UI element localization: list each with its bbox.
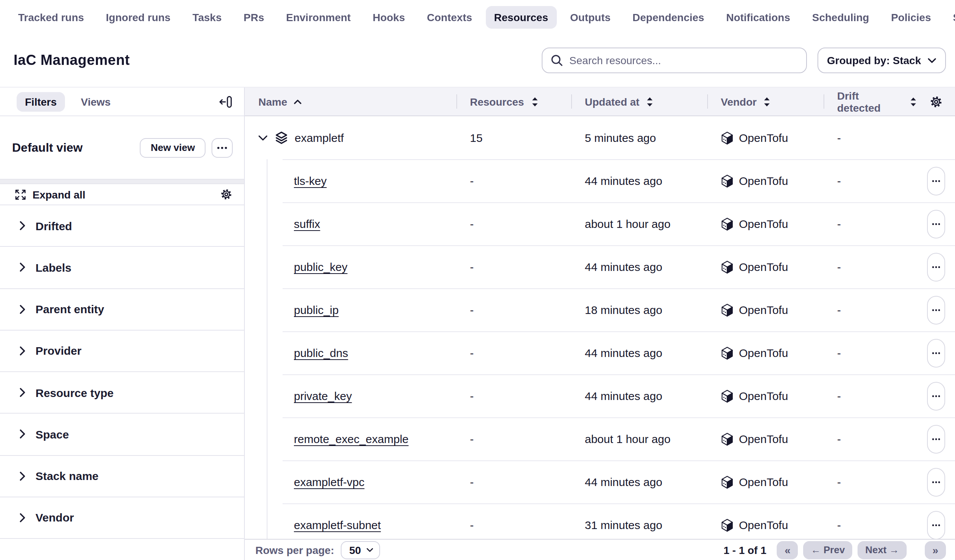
resource-name-link[interactable]: public_dns [294, 346, 348, 359]
nav-tab[interactable]: Dependencies [624, 6, 712, 28]
row-menu-button[interactable] [927, 382, 945, 410]
resource-name-link[interactable]: tls-key [294, 174, 327, 187]
row-menu-button[interactable] [927, 510, 945, 539]
nav-tab-label: PRs [244, 11, 264, 23]
sort-icon [910, 97, 917, 106]
nav-tab[interactable]: Tasks [184, 6, 230, 28]
row-menu-button[interactable] [927, 424, 945, 453]
column-header-drift[interactable]: Drift detected [823, 87, 917, 115]
nav-tab[interactable]: Scheduling [804, 6, 878, 28]
chevron-right-icon [20, 430, 26, 439]
filter-section[interactable]: Stack name [0, 455, 244, 498]
column-header-resources[interactable]: Resources [456, 87, 571, 115]
last-page-button[interactable]: » [925, 541, 946, 559]
collapse-sidebar-button[interactable] [219, 95, 232, 108]
nav-tab-label: Notifications [726, 11, 790, 23]
expand-all-row[interactable]: Expand all [0, 184, 244, 205]
opentofu-icon [721, 432, 734, 446]
resources-table: Name Resources Updated at Vendor Drift d… [245, 87, 955, 560]
stack-group-row[interactable]: exampletf 15 5 minutes ago OpenTofu - [245, 116, 955, 159]
row-menu-button[interactable] [927, 468, 945, 496]
rows-per-page-select[interactable]: 50 [341, 541, 380, 559]
filter-section[interactable]: Provider [0, 331, 244, 373]
row-menu-button[interactable] [927, 167, 945, 195]
resource-row: suffix - about 1 hour ago OpenTofu - [245, 202, 955, 245]
nav-tab-label: Environment [286, 11, 351, 23]
resource-name-link[interactable]: suffix [294, 217, 320, 230]
resource-resources: - [456, 346, 571, 359]
opentofu-icon [721, 217, 734, 231]
resource-row: exampletf-subnet - 31 minutes ago OpenTo… [245, 504, 955, 539]
resource-updated-at: about 1 hour ago [571, 217, 707, 230]
resource-row: tls-key - 44 minutes ago OpenTofu - [245, 159, 955, 202]
resource-name-link[interactable]: public_key [294, 261, 348, 273]
resource-drift: - [823, 432, 917, 445]
resource-name-link[interactable]: exampletf-vpc [294, 476, 365, 488]
resource-vendor: OpenTofu [739, 432, 788, 445]
row-menu-button[interactable] [927, 253, 945, 281]
table-body: exampletf 15 5 minutes ago OpenTofu - [245, 116, 955, 539]
top-navigation: Tracked runs Ignored runs Tasks PRs Envi… [0, 0, 955, 34]
nav-tab-label: Ignored runs [106, 11, 171, 23]
filter-section[interactable]: Resource type [0, 372, 244, 414]
row-menu-button[interactable] [927, 295, 945, 324]
table-header: Name Resources Updated at Vendor Drift d… [245, 87, 955, 116]
opentofu-icon [721, 389, 734, 402]
opentofu-icon [721, 131, 734, 145]
nav-tab-label: State history [953, 11, 955, 23]
filter-section[interactable]: Vendor [0, 498, 244, 539]
nav-tab[interactable]: Notifications [718, 6, 798, 28]
sort-icon [647, 97, 654, 106]
filter-section[interactable]: Labels [0, 247, 244, 289]
nav-tab[interactable]: Policies [883, 6, 939, 28]
chevron-right-icon [20, 388, 26, 397]
view-more-button[interactable] [211, 138, 233, 158]
nav-tab[interactable]: State history [945, 6, 955, 28]
sidebar-settings-button[interactable] [221, 189, 232, 200]
resource-updated-at: 44 minutes ago [571, 174, 707, 187]
chevron-right-icon [20, 471, 26, 480]
stack-icon [275, 131, 288, 144]
nav-tab[interactable]: Ignored runs [97, 6, 179, 28]
tab-filters[interactable]: Filters [17, 92, 65, 111]
column-header-vendor[interactable]: Vendor [707, 87, 823, 115]
row-menu-button[interactable] [927, 338, 945, 367]
nav-tab[interactable]: Environment [278, 6, 359, 28]
filter-section[interactable]: Space [0, 414, 244, 456]
new-view-button[interactable]: New view [140, 138, 205, 158]
column-header-updated[interactable]: Updated at [571, 87, 707, 115]
resource-name-link[interactable]: private_key [294, 390, 352, 402]
nav-tab[interactable]: PRs [235, 6, 272, 28]
stack-vendor: OpenTofu [739, 131, 788, 144]
filter-section[interactable]: Parent entity [0, 289, 244, 331]
next-page-button[interactable]: Next → [858, 541, 906, 559]
nav-tab[interactable]: Outputs [562, 6, 619, 28]
resource-resources: - [456, 303, 571, 316]
resource-name-link[interactable]: exampletf-subnet [294, 518, 381, 531]
prev-page-button[interactable]: ← Prev [803, 541, 853, 559]
resource-drift: - [823, 261, 917, 273]
first-page-button[interactable]: « [777, 541, 798, 559]
nav-tab[interactable]: Tracked runs [10, 6, 92, 28]
opentofu-icon [721, 260, 734, 274]
filter-section[interactable]: Drifted [0, 205, 244, 247]
resource-vendor: OpenTofu [739, 303, 788, 316]
filter-section-label: Parent entity [36, 303, 104, 315]
resource-row: private_key - 44 minutes ago OpenTofu - [245, 374, 955, 417]
chevron-right-icon [20, 221, 26, 230]
column-header-name[interactable]: Name [245, 87, 456, 115]
nav-tab[interactable]: Hooks [364, 6, 413, 28]
nav-tab[interactable]: Contexts [418, 6, 481, 28]
grouped-by-dropdown[interactable]: Grouped by: Stack [817, 48, 946, 73]
table-settings-button[interactable] [917, 87, 955, 115]
resource-name-link[interactable]: public_ip [294, 303, 338, 316]
nav-tab-label: Contexts [427, 11, 472, 23]
nav-tab[interactable]: Resources [486, 6, 556, 28]
search-input[interactable] [541, 48, 806, 73]
resource-name-link[interactable]: remote_exec_example [294, 432, 409, 445]
row-menu-button[interactable] [927, 209, 945, 238]
expand-all-label: Expand all [33, 188, 85, 200]
stack-name: exampletf [295, 131, 344, 144]
collapse-group-icon[interactable] [258, 135, 268, 141]
tab-views[interactable]: Views [72, 92, 119, 111]
